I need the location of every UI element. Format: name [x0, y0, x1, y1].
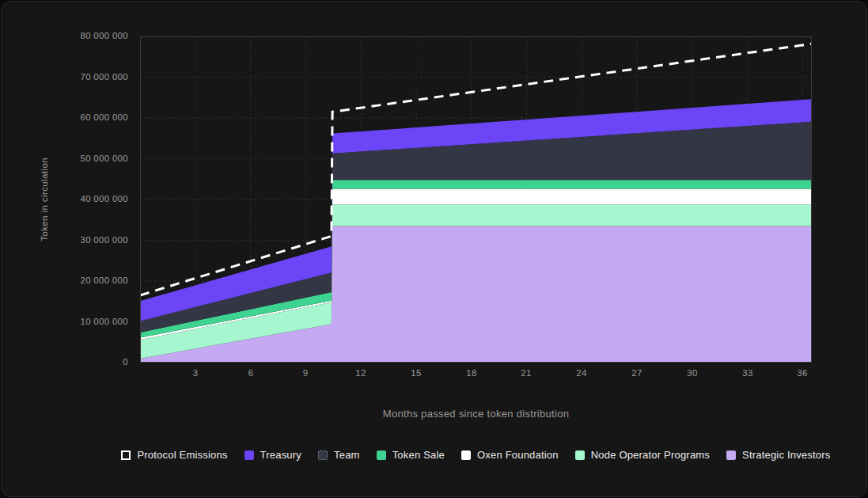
y-tick-label-70-000-000: 70 000 000 — [80, 72, 128, 82]
x-tick-label-9: 9 — [286, 368, 324, 378]
legend-label-team: Team — [334, 449, 360, 461]
x-tick-label-27: 27 — [618, 368, 656, 378]
legend-item-oxen-foundation: Oxen Foundation — [461, 449, 559, 461]
legend-swatch-node-operator-programs — [575, 450, 585, 460]
x-tick-label-18: 18 — [453, 368, 491, 378]
plot-area — [140, 36, 812, 363]
x-axis-title: Months passed since token distribution — [140, 408, 812, 420]
x-axis-tick-labels: 369121518212427303336 — [140, 368, 812, 381]
y-axis-tick-labels: 010 000 00020 000 00030 000 00040 000 00… — [2, 36, 128, 363]
legend-label-treasury: Treasury — [260, 449, 301, 461]
x-tick-label-33: 33 — [729, 368, 767, 378]
x-tick-label-21: 21 — [507, 368, 545, 378]
x-tick-label-3: 3 — [176, 368, 214, 378]
x-tick-label-6: 6 — [232, 368, 270, 378]
legend-label-strategic-investors: Strategic Investors — [742, 449, 830, 461]
y-tick-label-10-000-000: 10 000 000 — [80, 317, 128, 326]
y-tick-label-40-000-000: 40 000 000 — [80, 194, 128, 203]
x-tick-label-24: 24 — [563, 368, 601, 378]
x-tick-label-15: 15 — [397, 368, 435, 378]
y-tick-label-20-000-000: 20 000 000 — [80, 276, 128, 285]
x-tick-label-36: 36 — [783, 368, 821, 378]
legend-label-protocol-emissions: Protocol Emissions — [137, 449, 227, 461]
y-tick-label-80-000-000: 80 000 000 — [80, 31, 128, 40]
y-tick-label-50-000-000: 50 000 000 — [80, 154, 128, 163]
y-tick-label-60-000-000: 60 000 000 — [80, 112, 128, 122]
y-tick-label-0: 0 — [123, 357, 128, 367]
legend-item-protocol-emissions: Protocol Emissions — [121, 449, 227, 461]
legend-swatch-treasury — [244, 450, 254, 460]
chart-card: Token in circulation 010 000 00020 000 0… — [1, 1, 867, 497]
legend: Protocol EmissionsTreasuryTeamToken Sale… — [104, 447, 847, 463]
legend-swatch-oxen-foundation — [461, 450, 471, 460]
stacked-area-chart — [140, 36, 812, 363]
y-tick-label-30-000-000: 30 000 000 — [80, 235, 128, 245]
legend-item-strategic-investors: Strategic Investors — [726, 449, 830, 461]
legend-item-team: Team — [318, 449, 360, 461]
legend-label-node-operator-programs: Node Operator Programs — [591, 449, 710, 461]
legend-swatch-protocol-emissions — [121, 450, 131, 460]
x-tick-label-12: 12 — [342, 368, 380, 378]
legend-label-token-sale: Token Sale — [392, 449, 445, 461]
legend-item-treasury: Treasury — [244, 449, 301, 461]
legend-label-oxen-foundation: Oxen Foundation — [477, 449, 559, 461]
legend-item-node-operator-programs: Node Operator Programs — [575, 449, 710, 461]
x-tick-label-30: 30 — [673, 368, 711, 378]
legend-swatch-strategic-investors — [726, 450, 736, 460]
legend-swatch-token-sale — [377, 450, 386, 460]
legend-item-token-sale: Token Sale — [377, 449, 445, 461]
legend-swatch-team — [318, 450, 328, 460]
